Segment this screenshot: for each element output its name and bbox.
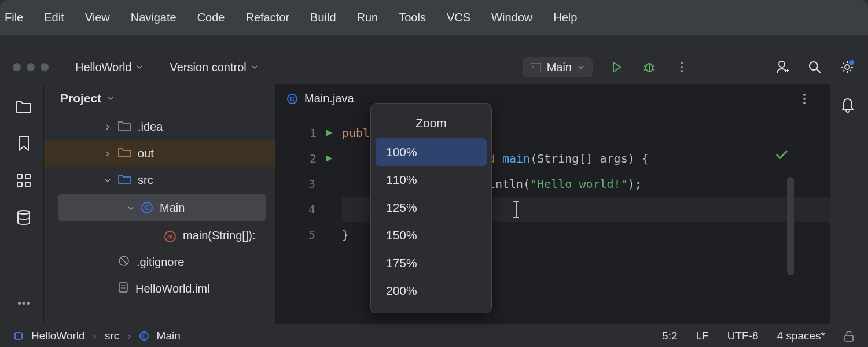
svg-rect-26: [119, 283, 127, 292]
menu-refactor[interactable]: Refactor: [245, 11, 289, 24]
menu-window[interactable]: Window: [491, 11, 532, 24]
project-panel-title: Project: [60, 91, 101, 105]
tree-item-mainstring[interactable]: mmain(String[]):: [44, 222, 275, 249]
menu-help[interactable]: Help: [553, 11, 577, 24]
chevron-down-icon: [107, 95, 114, 102]
file-encoding[interactable]: UTF-8: [727, 330, 759, 342]
tree-arrow-icon[interactable]: [150, 229, 157, 242]
menu-tools[interactable]: Tools: [399, 11, 426, 24]
menu-edit[interactable]: Edit: [44, 11, 64, 24]
tree-arrow-icon[interactable]: [104, 256, 111, 269]
vcs-selector[interactable]: Version control: [170, 61, 258, 74]
tree-arrow-icon[interactable]: [104, 120, 111, 134]
zoom-option-200[interactable]: 200%: [376, 277, 487, 305]
settings-button[interactable]: [839, 59, 855, 75]
project-panel-header[interactable]: Project: [44, 84, 275, 112]
run-button[interactable]: [609, 59, 625, 75]
zoom-option-150[interactable]: 150%: [376, 222, 487, 249]
menu-code[interactable]: Code: [197, 11, 225, 24]
tree-item-idea[interactable]: .idea: [44, 113, 275, 140]
run-gutter-icon[interactable]: [325, 129, 333, 137]
svg-rect-33: [845, 335, 853, 341]
left-toolbar: [3, 84, 44, 324]
method-icon: m: [164, 228, 176, 242]
tree-item-main[interactable]: CMain: [58, 194, 266, 221]
structure-tool-button[interactable]: [14, 171, 33, 190]
svg-point-10: [779, 61, 785, 67]
indent-setting[interactable]: 4 spaces*: [777, 330, 825, 342]
zoom-option-110[interactable]: 110%: [376, 166, 487, 194]
close-window-button[interactable]: [13, 63, 21, 71]
run-gutter-icon[interactable]: [325, 154, 333, 163]
bookmarks-tool-button[interactable]: [14, 134, 33, 153]
editor-tab[interactable]: Main.java: [304, 92, 354, 105]
zoom-option-175[interactable]: 175%: [376, 249, 487, 277]
svg-line-25: [120, 257, 127, 264]
search-button[interactable]: [807, 59, 823, 75]
folder-icon: [118, 120, 131, 134]
folder-icon: [16, 99, 32, 113]
maximize-window-button[interactable]: [41, 63, 49, 71]
svg-point-20: [18, 211, 30, 214]
inspection-ok-icon[interactable]: [775, 148, 788, 162]
menu-build[interactable]: Build: [310, 11, 336, 24]
more-tools-button[interactable]: [14, 294, 33, 312]
svg-rect-32: [15, 333, 22, 339]
more-actions-button[interactable]: [674, 59, 690, 75]
tree-item-helloworldiml[interactable]: HelloWorld.iml: [44, 275, 275, 302]
caret-position[interactable]: 5:2: [662, 330, 677, 342]
menu-vcs[interactable]: VCS: [447, 11, 470, 24]
bell-icon: [841, 97, 855, 113]
tree-item-out[interactable]: out: [44, 140, 275, 167]
line-number: 3: [308, 177, 315, 191]
svg-point-31: [803, 102, 806, 104]
breadcrumb-item[interactable]: src: [105, 330, 119, 342]
svg-point-9: [681, 70, 683, 72]
project-tool-button[interactable]: [14, 97, 33, 116]
menu-view[interactable]: View: [85, 11, 110, 24]
tree-item-label: src: [138, 174, 153, 187]
svg-point-29: [803, 94, 806, 96]
tree-item-src[interactable]: src: [44, 167, 275, 193]
tree-item-label: .idea: [138, 120, 163, 134]
right-toolbar: [830, 84, 865, 324]
database-tool-button[interactable]: [14, 208, 33, 227]
code-editor[interactable]: 1 2 3 4 5 public class Main { public sta…: [275, 113, 830, 324]
zoom-option-100[interactable]: 100%: [376, 138, 487, 166]
vertical-scrollbar[interactable]: [787, 177, 794, 275]
breadcrumb-item[interactable]: Main: [157, 330, 181, 342]
svg-rect-0: [531, 63, 541, 71]
tab-more-button[interactable]: [796, 91, 812, 107]
lock-icon[interactable]: [844, 330, 854, 342]
line-separator[interactable]: LF: [696, 330, 709, 342]
menu-file[interactable]: File: [5, 11, 23, 24]
menu-run[interactable]: Run: [357, 11, 378, 24]
svg-rect-17: [25, 174, 30, 179]
notifications-button[interactable]: [838, 96, 857, 115]
minimize-window-button[interactable]: [27, 63, 35, 71]
structure-icon: [16, 173, 31, 188]
project-selector[interactable]: HelloWorld: [75, 61, 143, 74]
tree-item-label: .gitignore: [137, 256, 184, 269]
svg-point-22: [22, 302, 25, 305]
tree-arrow-icon[interactable]: [104, 147, 111, 160]
zoom-popup-title: Zoom: [376, 108, 487, 138]
svg-rect-19: [25, 182, 30, 187]
zoom-option-125[interactable]: 125%: [376, 194, 487, 222]
svg-line-3: [644, 66, 646, 67]
settings-notification-dot: [849, 60, 854, 65]
tree-arrow-icon[interactable]: [127, 201, 134, 215]
svg-point-30: [803, 98, 806, 100]
folder-orange-icon: [118, 147, 131, 160]
tree-arrow-icon[interactable]: [104, 282, 111, 296]
debug-button[interactable]: [641, 59, 657, 75]
tree-item-label: Main: [160, 201, 185, 215]
code-with-me-button[interactable]: [774, 59, 790, 75]
run-config-selector[interactable]: Main: [523, 57, 593, 77]
menu-navigate[interactable]: Navigate: [131, 11, 176, 24]
project-panel: Project .ideaoutsrcCMainmmain(String[]):…: [44, 84, 275, 324]
breadcrumb-item[interactable]: HelloWorld: [31, 330, 85, 342]
tree-arrow-icon[interactable]: [104, 174, 111, 187]
tree-item-gitignore[interactable]: .gitignore: [44, 249, 275, 275]
svg-point-21: [18, 302, 21, 305]
